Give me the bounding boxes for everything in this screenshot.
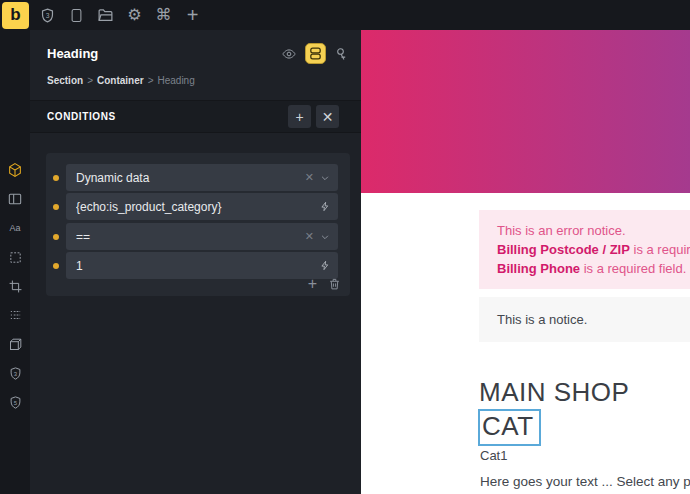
conditions-title: CONDITIONS [47, 111, 116, 122]
condition-row: 1 [46, 252, 350, 279]
delete-condition-icon[interactable] [328, 277, 341, 291]
error-line: Billing Postcode / ZIP is a required fie [497, 240, 690, 259]
input-value: {echo:is_product_category} [76, 200, 320, 214]
clear-icon[interactable]: ✕ [305, 171, 314, 184]
info-notice: This is a notice. [479, 297, 690, 342]
condition-value-input[interactable]: 1 [66, 252, 338, 279]
condition-type-select[interactable]: Dynamic data ✕ [66, 164, 338, 191]
element-cube-icon[interactable] [7, 162, 23, 178]
shield-3-icon[interactable]: 3 [33, 0, 62, 30]
cube-icon[interactable] [7, 336, 23, 352]
settings-panel: Heading Section>Container>Heading [30, 30, 361, 494]
conditions-header: CONDITIONS + ✕ [30, 100, 361, 133]
clear-icon[interactable]: ✕ [305, 230, 314, 243]
select-value: Dynamic data [76, 171, 305, 185]
shield-number: 5 [13, 399, 17, 405]
panel-header-actions [280, 43, 348, 64]
page-preview: This is an error notice. Billing Postcod… [361, 30, 690, 494]
shield-number: 3 [46, 11, 50, 18]
add-icon[interactable]: + [178, 0, 207, 30]
error-line: This is an error notice. [497, 221, 690, 240]
panel-title: Heading [47, 46, 98, 61]
condition-group-actions: + [308, 275, 341, 293]
layout-columns-icon[interactable] [7, 191, 23, 207]
breadcrumb-heading[interactable]: Heading [157, 75, 194, 86]
close-conditions-button[interactable]: ✕ [316, 105, 339, 128]
style-square-icon[interactable] [7, 249, 23, 265]
left-sidebar: Aa 3 [0, 30, 30, 494]
breadcrumb: Section>Container>Heading [47, 75, 195, 86]
document-icon[interactable] [62, 0, 91, 30]
conditions-toggle-icon[interactable] [305, 43, 326, 64]
bricks-logo[interactable]: b [2, 2, 29, 29]
condition-operator-select[interactable]: == ✕ [66, 223, 338, 250]
category-label: Cat1 [480, 448, 507, 463]
chevron-down-icon[interactable] [320, 173, 330, 183]
error-notice: This is an error notice. Billing Postcod… [479, 210, 690, 289]
add-condition-button[interactable]: + [288, 105, 311, 128]
chevron-down-icon[interactable] [320, 232, 330, 242]
shield-3-sidebar-icon[interactable]: 3 [7, 365, 23, 381]
error-field-name: Billing Phone [497, 261, 580, 276]
typography-icon[interactable]: Aa [7, 220, 23, 236]
dynamic-data-bolt-icon[interactable] [320, 200, 330, 213]
shield-number: 3 [13, 370, 17, 376]
condition-group: Dynamic data ✕ {echo:is_product_category… [46, 153, 350, 296]
structure-frame-icon[interactable] [7, 278, 23, 294]
bullet-dot-icon [53, 263, 59, 269]
top-toolbar: b 3 ⚙ ⌘ + [0, 0, 690, 30]
main-shop-heading[interactable]: MAIN SHOP [479, 377, 629, 408]
error-field-name: Billing Postcode / ZIP [497, 242, 630, 257]
error-line: Billing Phone is a required field. [497, 259, 690, 278]
selected-heading-text: CAT [478, 409, 541, 446]
breadcrumb-container[interactable]: Container [97, 75, 144, 86]
hero-banner [361, 30, 690, 193]
bullet-dot-icon [53, 175, 59, 181]
dynamic-data-bolt-icon[interactable] [320, 259, 330, 272]
breadcrumb-separator: > [87, 75, 93, 86]
shield-5-sidebar-icon[interactable]: 5 [7, 394, 23, 410]
command-shortcuts-icon[interactable]: ⌘ [149, 0, 178, 30]
typography-glyph: Aa [9, 223, 20, 233]
input-value: 1 [76, 259, 320, 273]
error-line-rest: is a required field. [580, 261, 686, 276]
bullet-dot-icon [53, 234, 59, 240]
eye-icon[interactable] [280, 47, 298, 61]
bricks-builder-app: b 3 ⚙ ⌘ + [0, 0, 690, 494]
breadcrumb-separator: > [148, 75, 154, 86]
bullet-dot-icon [53, 204, 59, 210]
folder-icon[interactable] [91, 0, 120, 30]
select-value: == [76, 230, 305, 244]
settings-gear-icon[interactable]: ⚙ [120, 0, 149, 30]
body-text: Here goes your text ... Select any part … [480, 474, 690, 489]
condition-row: {echo:is_product_category} [46, 193, 350, 220]
selected-heading-element[interactable]: CAT [478, 409, 541, 446]
error-line-rest: is a required fie [630, 242, 690, 257]
interactions-user-icon[interactable] [333, 46, 348, 62]
condition-key-input[interactable]: {echo:is_product_category} [66, 193, 338, 220]
settings-list-icon[interactable] [7, 307, 23, 323]
add-row-icon[interactable]: + [308, 275, 317, 293]
breadcrumb-section[interactable]: Section [47, 75, 83, 86]
condition-row: == ✕ [46, 223, 350, 250]
condition-row: Dynamic data ✕ [46, 164, 350, 191]
